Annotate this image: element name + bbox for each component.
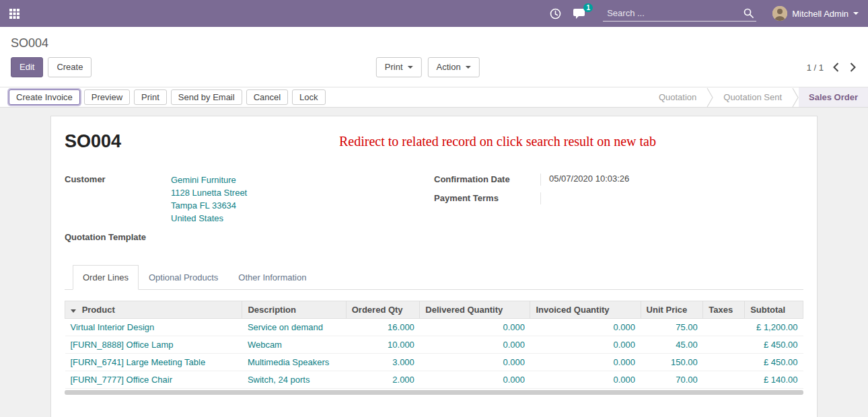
table-row: [FURN_8888] Office Lamp Webcam 10.000 0.… [65,336,803,354]
preview-button[interactable]: Preview [84,89,130,105]
pager-count: 1 / 1 [807,63,824,73]
status-pipeline: Quotation Quotation Sent Sales Order [649,87,868,107]
cell-product[interactable]: Virtual Interior Design [65,319,242,336]
cell-delivered-qty[interactable]: 0.000 [420,319,530,336]
confirmation-date-label: Confirmation Date [434,174,540,186]
user-name: Mitchell Admin [792,9,848,19]
print-dropdown-button[interactable]: Print [376,57,422,77]
caret-down-icon [408,66,413,69]
cell-unit-price[interactable]: 75.00 [641,319,703,336]
column-header-description[interactable]: Description [242,301,346,319]
cell-product[interactable]: [FURN_7777] Office Chair [65,371,242,389]
cell-description[interactable]: Multimedia Speakers [242,354,346,371]
apps-menu-icon[interactable] [9,9,20,19]
column-header-invoiced-qty[interactable]: Invoiced Quantity [530,301,641,319]
cell-description[interactable]: Service on demand [242,319,346,336]
stage-quotation[interactable]: Quotation [649,87,707,107]
page-title: SO004 [11,36,48,50]
quotation-template-label: Quotation Template [65,231,171,242]
search-icon[interactable] [744,8,754,18]
cell-invoiced-qty[interactable]: 0.000 [530,354,641,371]
search-input[interactable] [606,7,744,19]
cell-description[interactable]: Switch, 24 ports [242,371,346,389]
stage-sales-order[interactable]: Sales Order [799,87,868,107]
print-button[interactable]: Print [134,89,167,105]
column-header-subtotal[interactable]: Subtotal [745,301,803,319]
cell-product[interactable]: [FURN_6741] Large Meeting Table [65,354,242,371]
tab-optional-products[interactable]: Optional Products [139,265,228,290]
breadcrumb: SO004 [0,27,868,54]
top-navbar: 1 Mitchell Admin [0,0,868,27]
pager-previous-icon[interactable] [832,61,840,73]
tab-other-information[interactable]: Other Information [228,265,316,290]
caret-down-icon [466,66,471,69]
global-search [603,5,756,22]
cell-ordered-qty[interactable]: 2.000 [346,371,420,389]
table-row: Virtual Interior Design Service on deman… [65,319,803,336]
notebook-tabs: Order Lines Optional Products Other Info… [65,265,803,290]
confirmation-date-field: Confirmation Date 05/07/2020 10:03:26 [434,174,803,186]
cell-unit-price[interactable]: 150.00 [641,354,703,371]
cell-unit-price[interactable]: 70.00 [641,371,703,389]
cell-delivered-qty[interactable]: 0.000 [420,371,530,389]
table-row: [FURN_7777] Office Chair Switch, 24 port… [65,371,803,389]
activities-clock-icon[interactable] [550,8,561,20]
quotation-template-field: Quotation Template [65,231,434,242]
cell-subtotal[interactable]: £ 140.00 [745,371,803,389]
send-by-email-button[interactable]: Send by Email [171,89,242,105]
payment-terms-value [540,192,688,204]
stage-quotation-sent[interactable]: Quotation Sent [713,87,792,107]
confirmation-date-value: 05/07/2020 10:03:26 [540,174,688,186]
cell-invoiced-qty[interactable]: 0.000 [530,319,641,336]
create-invoice-button[interactable]: Create Invoice [9,89,80,105]
column-header-delivered-qty[interactable]: Delivered Quantity [420,301,530,319]
cell-taxes[interactable] [703,319,745,336]
cell-subtotal[interactable]: £ 1,200.00 [745,319,803,336]
content-area: SO004 Redirect to related record on clic… [0,108,868,417]
caret-down-icon [853,12,859,15]
customer-label: Customer [65,174,171,225]
column-header-taxes[interactable]: Taxes [703,301,745,319]
user-menu[interactable]: Mitchell Admin [772,6,859,21]
column-header-product[interactable]: Product [65,301,242,319]
horizontal-scrollbar[interactable] [65,390,803,395]
messages-badge: 1 [583,3,593,12]
customer-value-link[interactable]: Gemini Furniture 1128 Lunetta Street Tam… [171,174,247,225]
table-row: [FURN_6741] Large Meeting Table Multimed… [65,354,803,371]
cell-delivered-qty[interactable]: 0.000 [420,336,530,354]
cell-delivered-qty[interactable]: 0.000 [420,354,530,371]
chevron-right-icon [792,87,799,107]
cell-taxes[interactable] [703,336,745,354]
cell-ordered-qty[interactable]: 10.000 [346,336,420,354]
messages-icon[interactable]: 1 [573,8,587,20]
cell-subtotal[interactable]: £ 450.00 [745,354,803,371]
cell-taxes[interactable] [703,371,745,389]
sales-order-sheet: SO004 Redirect to related record on clic… [50,116,818,417]
cell-ordered-qty[interactable]: 16.000 [346,319,420,336]
chevron-right-icon [707,87,713,107]
column-header-ordered-qty[interactable]: Ordered Qty [346,301,420,319]
pager-next-icon[interactable] [848,61,857,73]
lock-button[interactable]: Lock [292,89,325,105]
edit-button[interactable]: Edit [11,57,43,77]
cell-subtotal[interactable]: £ 450.00 [745,336,803,354]
order-lines-table: Product Description Ordered Qty Delivere… [65,301,803,389]
pager: 1 / 1 [807,61,857,73]
cell-product[interactable]: [FURN_8888] Office Lamp [65,336,242,354]
red-annotation-text: Redirect to related record on click sear… [339,134,656,149]
cell-unit-price[interactable]: 45.00 [641,336,703,354]
cell-invoiced-qty[interactable]: 0.000 [530,371,641,389]
cell-taxes[interactable] [703,354,745,371]
cancel-button[interactable]: Cancel [246,89,288,105]
action-dropdown-button[interactable]: Action [428,57,480,77]
create-button[interactable]: Create [48,57,92,77]
payment-terms-label: Payment Terms [434,192,540,204]
cell-invoiced-qty[interactable]: 0.000 [530,336,641,354]
avatar [772,6,787,21]
payment-terms-field: Payment Terms [434,192,803,204]
cell-ordered-qty[interactable]: 3.000 [346,354,420,371]
cell-description[interactable]: Webcam [242,336,346,354]
table-header-row: Product Description Ordered Qty Delivere… [65,301,803,319]
tab-order-lines[interactable]: Order Lines [73,265,139,290]
column-header-unit-price[interactable]: Unit Price [641,301,703,319]
